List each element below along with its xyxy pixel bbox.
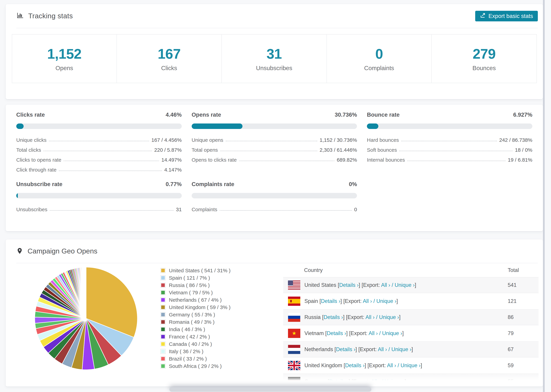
summary-label: Unsubscribes (256, 65, 292, 71)
bar-chart-icon (16, 12, 24, 20)
table-row-gb: United Kingdom [Details ›] [Export: All … (283, 357, 538, 373)
legend-item-germany: Germany ( 55 / 3% ) (161, 311, 231, 318)
country-name: Vietnam (304, 330, 324, 336)
export-basic-stats-button[interactable]: Export basic stats (475, 11, 538, 21)
details-link[interactable]: Details › (324, 314, 343, 320)
rate-title: Opens rate (192, 112, 221, 118)
stat-value: 0 (354, 207, 357, 212)
details-link[interactable]: Details › (321, 298, 340, 304)
summary-value: 31 (266, 46, 282, 62)
horizontal-scrollbar-thumb[interactable] (170, 387, 371, 392)
dotted-leader (59, 170, 162, 171)
export-all-link[interactable]: All › (387, 362, 396, 368)
details-link[interactable]: Details › (339, 282, 359, 288)
summary-value: 1,152 (47, 46, 81, 62)
stat-value: 167 / 4.456% (151, 137, 182, 143)
legend-label: Russia ( 86 / 5% ) (169, 282, 210, 288)
legend-swatch-icon (161, 327, 165, 332)
country-cell: Netherlands [Details ›] [Export: All › /… (304, 346, 413, 352)
header-divider (16, 28, 538, 28)
stat-label: Total opens (192, 147, 218, 153)
export-unique-link[interactable]: Unique › (395, 282, 415, 288)
vn-flag-icon (288, 329, 300, 338)
link-separator: / (378, 330, 382, 336)
page-title: Tracking stats (28, 12, 73, 20)
geo-header-divider (16, 263, 538, 263)
details-link[interactable]: Details › (345, 362, 365, 368)
export-all-link[interactable]: All › (378, 346, 387, 352)
summary-cell-complaints: 0Complaints (327, 34, 432, 83)
export-all-link[interactable]: All › (363, 298, 372, 304)
stat-label: Clicks to opens rate (16, 157, 61, 163)
stat-label: Unique clicks (16, 137, 47, 143)
stat-row: Unique opens1,152 / 30.736% (192, 133, 357, 143)
legend-item-south-africa: South Africa ( 29 / 2% ) (161, 362, 231, 370)
stat-label: Unsubscribes (16, 207, 47, 212)
bracket: ] (396, 298, 398, 304)
summary-value: 0 (375, 46, 383, 62)
bracket: [ (324, 330, 327, 336)
legend-item-romania: Romania ( 49 / 3% ) (161, 318, 231, 326)
export-unique-link[interactable]: Unique › (376, 298, 396, 304)
export-unique-link[interactable]: Unique › (382, 330, 402, 336)
rate-title: Clicks rate (16, 112, 45, 118)
rate-block-complaints-rate: Complaints rate0%Complaints0 (192, 181, 357, 212)
legend-swatch-icon (161, 356, 165, 361)
export-prefix: ] [Export: (365, 362, 387, 368)
bracket: [ (318, 298, 321, 304)
stat-value: 14.497% (161, 157, 182, 163)
stat-row: Internal bounces19 / 6.81% (367, 153, 532, 163)
legend-swatch-icon (161, 297, 165, 302)
link-separator: / (390, 282, 395, 288)
legend-item-brazil: Brazil ( 33 / 2% ) (161, 355, 231, 362)
export-all-link[interactable]: All › (381, 282, 390, 288)
summary-cell-bounces: 279Bounces (432, 34, 537, 83)
stat-value: 1,152 / 30.736% (320, 137, 357, 143)
export-all-link[interactable]: All › (366, 314, 374, 320)
table-bottom-fade (6, 373, 543, 386)
details-link[interactable]: Details › (336, 346, 355, 352)
legend-label: Vietnam ( 79 / 5% ) (169, 290, 213, 295)
rate-progress-bar (192, 193, 357, 198)
legend-swatch-icon (161, 305, 165, 310)
stat-value: 220 / 5.87% (154, 147, 182, 153)
geo-opens-card: Campaign Geo Opens United States ( 541 /… (6, 239, 543, 386)
stat-row: Unsubscribes31 (16, 203, 182, 212)
export-button-label: Export basic stats (488, 13, 533, 19)
table-row-ru: Russia [Details ›] [Export: All › / Uniq… (283, 309, 538, 325)
bracket: [ (342, 362, 345, 368)
table-row-vn: Vietnam [Details ›] [Export: All › / Uni… (283, 325, 538, 341)
rate-title: Unsubscribe rate (16, 181, 63, 188)
country-cell: Spain [Details ›] [Export: All › / Uniqu… (304, 298, 398, 304)
country-total: 541 (508, 282, 517, 288)
country-total: 86 (508, 314, 514, 320)
export-unique-link[interactable]: Unique › (379, 314, 399, 320)
bracket: [ (336, 282, 339, 288)
legend-label: Canada ( 40 / 2% ) (169, 341, 212, 347)
country-cell: United States [Details ›] [Export: All ›… (304, 282, 416, 288)
export-all-link[interactable]: All › (369, 330, 378, 336)
vertical-scrollbar[interactable] (543, 0, 545, 392)
export-unique-link[interactable]: Unique › (391, 346, 411, 352)
stat-row: Total opens2,303 / 61.446% (192, 143, 357, 153)
map-pin-icon (16, 247, 23, 256)
legend-item-spain: Spain ( 121 / 7% ) (161, 274, 231, 281)
rate-value: 30.736% (335, 112, 357, 118)
dashboard-page: Tracking stats Export basic stats 1,152O… (0, 0, 551, 392)
legend-swatch-icon (161, 275, 165, 280)
country-total: 59 (508, 362, 514, 369)
legend-swatch-icon (161, 334, 165, 339)
export-unique-link[interactable]: Unique › (401, 362, 421, 368)
rate-block-clicks-rate: Clicks rate4.46%Unique clicks167 / 4.456… (16, 112, 182, 173)
table-row-us: United States [Details ›] [Export: All ›… (283, 277, 538, 293)
rate-value: 6.927% (513, 112, 532, 118)
rate-block-opens-rate: Opens rate30.736%Unique opens1,152 / 30.… (192, 112, 357, 173)
summary-label: Complaints (364, 65, 394, 71)
country-cell: Vietnam [Details ›] [Export: All › / Uni… (304, 330, 404, 336)
country-name: Netherlands (304, 346, 333, 352)
legend-item-vietnam: Vietnam ( 79 / 5% ) (161, 289, 231, 296)
summary-label: Opens (56, 65, 73, 71)
details-link[interactable]: Details › (327, 330, 346, 336)
bracket: ] (421, 362, 422, 368)
dotted-leader (239, 161, 334, 161)
